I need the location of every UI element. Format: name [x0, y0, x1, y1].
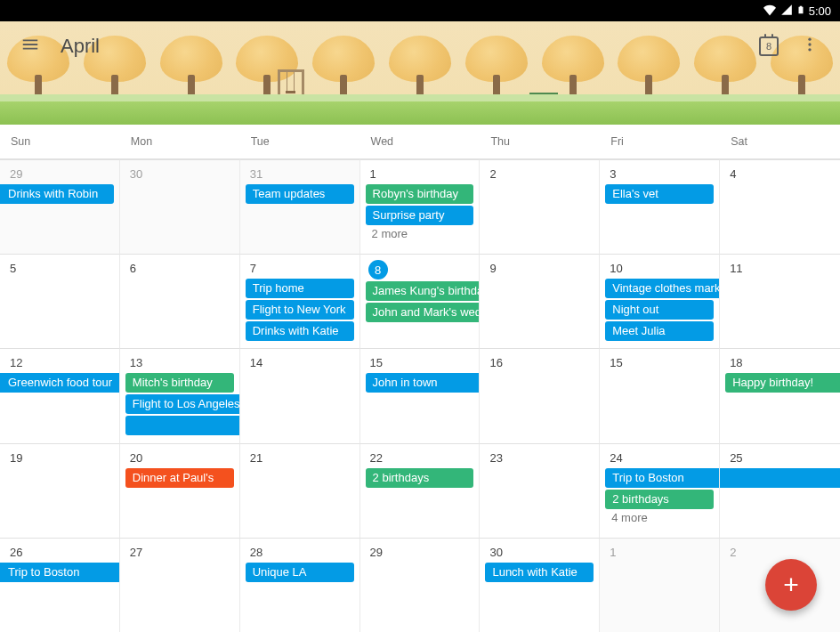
day-number: 1 [602, 544, 616, 563]
day-cell[interactable]: 18Happy birthday! [720, 348, 840, 442]
event-chip[interactable]: Robyn's birthday [366, 184, 474, 204]
day-cell[interactable]: 23 [480, 443, 600, 538]
day-number: 13 [123, 354, 142, 373]
day-cell[interactable]: 24Trip to Boston2 birthdays4 more [600, 443, 720, 538]
day-number: 21 [243, 450, 262, 468]
day-cell[interactable]: 27 [120, 538, 240, 632]
day-cell[interactable]: 28Unique LA [240, 538, 360, 632]
event-chip[interactable] [125, 416, 240, 435]
day-cell[interactable]: 3Ella's vet [600, 159, 720, 254]
day-cell[interactable]: 1 [600, 538, 720, 632]
event-chip[interactable]: Vintage clothes market [605, 279, 720, 298]
day-number: 29 [3, 166, 22, 184]
day-number: 15 [363, 354, 383, 373]
more-events-link[interactable]: 4 more [602, 509, 716, 524]
event-chip[interactable]: Meet Julia [605, 321, 714, 341]
event-chip[interactable]: Trip to Boston [0, 563, 120, 582]
event-chip[interactable]: Flight to New York [246, 300, 354, 320]
day-number: 22 [363, 450, 383, 468]
day-cell[interactable]: 11 [720, 254, 840, 348]
event-chip[interactable]: John and Mark's wedding [366, 303, 481, 322]
calendar-today-icon: 8 [759, 36, 779, 56]
day-number: 10 [602, 260, 622, 279]
svg-point-0 [808, 38, 811, 41]
menu-button[interactable] [18, 34, 43, 59]
app-bar: April 8 [0, 21, 840, 71]
event-chip[interactable]: Mitch's birthday [125, 373, 234, 393]
event-chip[interactable]: Team updates [246, 184, 354, 204]
day-cell[interactable]: 25 [720, 443, 840, 538]
day-cell[interactable]: 14 [240, 348, 360, 442]
day-cell[interactable]: 8James Kung's birthdayJohn and Mark's we… [360, 254, 481, 348]
day-number: 11 [723, 260, 742, 279]
day-cell[interactable]: 6 [120, 254, 240, 348]
day-number: 25 [723, 450, 742, 468]
day-cell[interactable]: 29Drinks with Robin [0, 159, 120, 254]
event-chip[interactable]: Flight to Los Angeles [125, 394, 240, 414]
day-cell[interactable]: 29 [360, 538, 481, 632]
day-cell[interactable]: 15 [600, 348, 720, 442]
event-chip[interactable]: Trip to Boston [605, 468, 720, 488]
day-number: 9 [482, 260, 496, 279]
event-chip[interactable]: Unique LA [246, 563, 354, 582]
event-chip[interactable]: Ella's vet [605, 184, 714, 204]
day-number: 23 [482, 450, 502, 468]
day-cell[interactable]: 4 [720, 159, 840, 254]
day-cell[interactable]: 21 [240, 443, 360, 538]
day-cell[interactable]: 30Lunch with Katie [480, 538, 600, 632]
day-cell[interactable]: 13Mitch's birthdayFlight to Los Angeles [120, 348, 240, 442]
event-chip[interactable]: Dinner at Paul's [125, 468, 234, 488]
day-number: 27 [123, 544, 142, 563]
day-number: 7 [243, 260, 256, 279]
day-cell[interactable]: 10Vintage clothes marketNight outMeet Ju… [600, 254, 720, 348]
day-cell[interactable]: 26Trip to Boston [0, 538, 120, 632]
day-number: 4 [723, 166, 736, 184]
event-chip[interactable]: John in town [366, 373, 481, 393]
create-event-fab[interactable]: + [765, 559, 817, 611]
day-number: 30 [482, 544, 502, 563]
today-button[interactable]: 8 [756, 34, 781, 59]
weekday-label: Mon [120, 125, 240, 158]
day-number: 16 [482, 354, 502, 373]
cell-signal-icon [780, 4, 793, 19]
day-cell[interactable]: 9 [480, 254, 600, 348]
event-chip[interactable] [720, 468, 840, 488]
event-chip[interactable]: Surprise party [366, 206, 474, 225]
overflow-button[interactable] [797, 34, 822, 59]
event-chip[interactable]: 2 birthdays [366, 468, 474, 488]
event-chip[interactable]: Lunch with Katie [485, 563, 594, 582]
day-number: 6 [123, 260, 136, 279]
weekday-label: Tue [240, 125, 360, 158]
event-chip[interactable]: 2 birthdays [605, 490, 714, 509]
month-title[interactable]: April [61, 35, 100, 58]
event-chip[interactable]: Drinks with Katie [246, 321, 354, 341]
day-cell[interactable]: 15John in town [360, 348, 481, 442]
day-cell[interactable]: 222 birthdays [360, 443, 481, 538]
day-cell[interactable]: 7Trip homeFlight to New YorkDrinks with … [240, 254, 360, 348]
status-bar: 5:00 [0, 0, 840, 21]
day-cell[interactable]: 5 [0, 254, 120, 348]
hamburger-icon [20, 35, 40, 58]
event-chip[interactable]: James Kung's birthday [366, 281, 481, 301]
day-cell[interactable]: 31Team updates [240, 159, 360, 254]
day-number: 14 [243, 354, 262, 373]
day-cell[interactable]: 16 [480, 348, 600, 442]
event-chip[interactable]: Greenwich food tour [0, 373, 120, 393]
event-chip[interactable]: Night out [605, 300, 714, 320]
day-cell[interactable]: 12Greenwich food tour [0, 348, 120, 442]
day-cell[interactable]: 1Robyn's birthdaySurprise party2 more [360, 159, 481, 254]
day-number: 24 [602, 450, 622, 468]
today-indicator: 8 [368, 260, 388, 280]
event-chip[interactable]: Happy birthday! [725, 373, 840, 393]
wifi-icon [763, 4, 777, 19]
day-cell[interactable]: 20Dinner at Paul's [120, 443, 240, 538]
more-events-link[interactable]: 2 more [363, 225, 477, 240]
day-cell[interactable]: 19 [0, 443, 120, 538]
day-number: 15 [602, 354, 622, 373]
day-cell[interactable]: 30 [120, 159, 240, 254]
day-cell[interactable]: 2 [480, 159, 600, 254]
event-chip[interactable]: Trip home [246, 279, 354, 298]
day-number: 5 [3, 260, 16, 279]
battery-icon [796, 3, 805, 20]
event-chip[interactable]: Drinks with Robin [0, 184, 114, 204]
